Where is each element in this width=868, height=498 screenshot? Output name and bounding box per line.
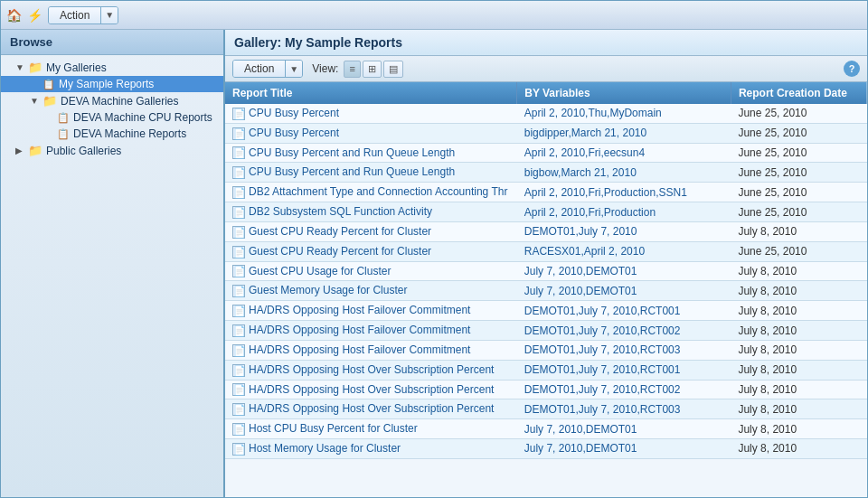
- report-title-text: HA/DRS Opposing Host Failover Commitment: [249, 343, 470, 356]
- report-title-text: CPU Busy Percent and Run Queue Length: [249, 165, 455, 178]
- report-file-icon: 📄: [232, 127, 245, 140]
- by-variables-cell: April 2, 2010,Fri,Production,SSN1: [517, 183, 731, 202]
- view-grid-button[interactable]: ⊞: [363, 61, 382, 78]
- label-public-galleries: Public Galleries: [46, 145, 121, 157]
- report-title-cell[interactable]: 📄Host CPU Busy Percent for Cluster: [225, 419, 517, 439]
- report-title-cell[interactable]: 📄HA/DRS Opposing Host Failover Commitmen…: [225, 301, 517, 321]
- report-title-cell[interactable]: 📄Guest CPU Ready Percent for Cluster: [225, 241, 517, 261]
- report-title-text: Guest CPU Usage for Cluster: [249, 265, 391, 277]
- label-my-galleries: My Galleries: [46, 61, 107, 74]
- report-file-icon: 📄: [232, 108, 245, 120]
- report-title-text: Guest CPU Ready Percent for Cluster: [249, 245, 431, 258]
- report-title-cell[interactable]: 📄HA/DRS Opposing Host Over Subscription …: [225, 399, 517, 419]
- report-title-cell[interactable]: 📄HA/DRS Opposing Host Failover Commitmen…: [225, 321, 517, 341]
- home-icon[interactable]: 🏠: [6, 8, 22, 23]
- report-title-cell[interactable]: 📄Guest CPU Ready Percent for Cluster: [225, 221, 517, 241]
- browse-header: Browse: [1, 30, 223, 55]
- report-title-cell[interactable]: 📄HA/DRS Opposing Host Over Subscription …: [225, 380, 517, 399]
- report-title-cell[interactable]: 📄HA/DRS Opposing Host Failover Commitmen…: [225, 340, 517, 360]
- report-title-cell[interactable]: 📄Host Memory Usage for Cluster: [225, 439, 517, 459]
- top-action-group: Action ▼: [48, 6, 118, 24]
- tree-item-my-sample-reports[interactable]: 📋 My Sample Reports: [1, 76, 223, 92]
- date-cell: June 25, 2010: [731, 241, 867, 261]
- tree-item-deva-galleries[interactable]: ▼ 📁 DEVA Machine Galleries: [1, 92, 223, 109]
- report-title-cell[interactable]: 📄CPU Busy Percent and Run Queue Length: [225, 143, 517, 163]
- date-cell: June 25, 2010: [731, 104, 867, 123]
- report-title-text: HA/DRS Opposing Host Over Subscription P…: [249, 363, 494, 376]
- col-header-by[interactable]: BY Variables: [517, 82, 731, 104]
- left-panel: Browse ▼ 📁 My Galleries 📋 My Sample Repo…: [1, 30, 225, 497]
- folder-icon-public: 📁: [28, 144, 42, 157]
- table-row: 📄Guest CPU Ready Percent for ClusterRACE…: [225, 241, 867, 261]
- table-row: 📄HA/DRS Opposing Host Failover Commitmen…: [225, 321, 867, 341]
- report-title-text: CPU Busy Percent and Run Queue Length: [249, 146, 455, 159]
- report-title-cell[interactable]: 📄CPU Busy Percent: [225, 104, 517, 123]
- col-header-title[interactable]: Report Title: [225, 82, 517, 104]
- report-file-icon: 📄: [232, 364, 245, 377]
- date-cell: July 8, 2010: [731, 281, 867, 301]
- view-list-button[interactable]: ≡: [344, 61, 360, 78]
- report-file-icon: 📄: [232, 186, 245, 199]
- report-title-cell[interactable]: 📄CPU Busy Percent and Run Queue Length: [225, 163, 517, 183]
- col-header-date[interactable]: Report Creation Date: [731, 82, 867, 104]
- tree-item-deva-machine-reports[interactable]: 📋 DEVA Machine Reports: [1, 126, 223, 142]
- report-title-text: HA/DRS Opposing Host Over Subscription P…: [249, 402, 494, 415]
- report-file-icon: 📄: [232, 403, 245, 416]
- by-variables-cell: bigdipper,March 21, 2010: [517, 123, 731, 143]
- by-variables-cell: DEMOT01,July 7, 2010: [517, 221, 731, 241]
- tree-container: ▼ 📁 My Galleries 📋 My Sample Reports ▼ 📁…: [1, 55, 223, 497]
- by-variables-cell: July 7, 2010,DEMOT01: [517, 419, 731, 439]
- table-row: 📄HA/DRS Opposing Host Over Subscription …: [225, 360, 867, 380]
- gallery-title: Gallery: My Sample Reports: [225, 30, 867, 56]
- report-file-icon: 📄: [232, 324, 245, 337]
- top-action-dropdown[interactable]: ▼: [100, 7, 118, 23]
- date-cell: July 8, 2010: [731, 360, 867, 380]
- date-cell: July 8, 2010: [731, 261, 867, 281]
- right-action-dropdown[interactable]: ▼: [285, 61, 302, 77]
- report-title-cell[interactable]: 📄DB2 Attachment Type and Connection Acco…: [225, 183, 517, 202]
- date-cell: July 8, 2010: [731, 399, 867, 419]
- tree-item-deva-cpu-reports[interactable]: 📋 DEVA Machine CPU Reports: [1, 109, 223, 126]
- report-title-cell[interactable]: 📄DB2 Subsystem SQL Function Activity: [225, 202, 517, 222]
- right-action-button[interactable]: Action: [233, 61, 285, 77]
- filter-icon[interactable]: ⚡: [27, 8, 42, 23]
- table-row: 📄HA/DRS Opposing Host Failover Commitmen…: [225, 340, 867, 360]
- report-title-text: Guest CPU Ready Percent for Cluster: [249, 225, 431, 238]
- right-action-group: Action ▼: [232, 60, 303, 78]
- report-title-text: DB2 Subsystem SQL Function Activity: [249, 205, 432, 218]
- report-title-cell[interactable]: 📄CPU Busy Percent: [225, 123, 517, 143]
- toggle-public-galleries: ▶: [15, 146, 28, 155]
- top-toolbar: 🏠 ⚡ Action ▼: [1, 1, 867, 30]
- label-deva-galleries: DEVA Machine Galleries: [61, 95, 179, 108]
- view-label: View:: [312, 62, 338, 75]
- report-file-icon: 📄: [232, 146, 245, 159]
- tree-item-public-galleries[interactable]: ▶ 📁 Public Galleries: [1, 142, 223, 159]
- date-cell: June 25, 2010: [731, 202, 867, 222]
- tree-item-my-galleries[interactable]: ▼ 📁 My Galleries: [1, 59, 223, 76]
- view-details-button[interactable]: ▤: [383, 61, 403, 78]
- toggle-my-galleries: ▼: [15, 62, 28, 72]
- help-button[interactable]: ?: [844, 61, 860, 77]
- by-variables-cell: DEMOT01,July 7, 2010,RCT002: [517, 321, 731, 341]
- report-title-cell[interactable]: 📄Guest CPU Usage for Cluster: [225, 261, 517, 281]
- report-title-text: HA/DRS Opposing Host Over Subscription P…: [249, 383, 494, 396]
- date-cell: July 8, 2010: [731, 321, 867, 341]
- date-cell: June 25, 2010: [731, 123, 867, 143]
- table-row: 📄Host Memory Usage for ClusterJuly 7, 20…: [225, 439, 867, 459]
- report-title-text: Guest Memory Usage for Cluster: [249, 284, 407, 296]
- label-my-sample-reports: My Sample Reports: [59, 78, 154, 90]
- report-title-text: CPU Busy Percent: [249, 107, 339, 119]
- report-title-cell[interactable]: 📄Guest Memory Usage for Cluster: [225, 281, 517, 301]
- report-title-cell[interactable]: 📄HA/DRS Opposing Host Over Subscription …: [225, 360, 517, 380]
- report-file-icon: 📄: [232, 246, 245, 258]
- by-variables-cell: DEMOT01,July 7, 2010,RCT003: [517, 399, 731, 419]
- reports-icon-my-sample: 📋: [42, 79, 55, 90]
- by-variables-cell: DEMOT01,July 7, 2010,RCT003: [517, 340, 731, 360]
- table-row: 📄CPU Busy Percent and Run Queue LengthAp…: [225, 143, 867, 163]
- table-row: 📄Guest CPU Ready Percent for ClusterDEMO…: [225, 221, 867, 241]
- report-file-icon: 📄: [232, 423, 245, 436]
- label-deva-cpu-reports: DEVA Machine CPU Reports: [73, 111, 212, 124]
- by-variables-cell: April 2, 2010,Thu,MyDomain: [517, 104, 731, 123]
- table-row: 📄CPU Busy Percentbigdipper,March 21, 201…: [225, 123, 867, 143]
- top-action-button[interactable]: Action: [49, 7, 100, 23]
